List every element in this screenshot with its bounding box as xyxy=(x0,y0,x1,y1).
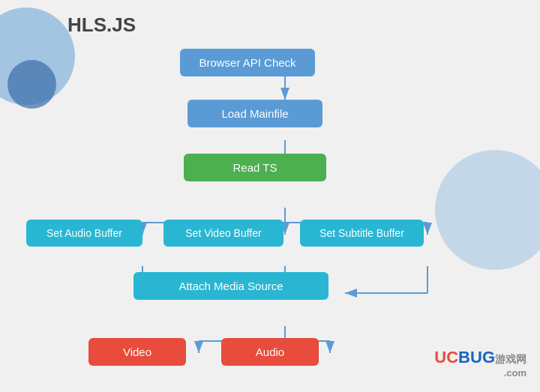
browser-api-box: Browser API Check xyxy=(180,49,315,76)
bg-circle-right xyxy=(435,150,540,270)
set-audio-label: Set Audio Buffer xyxy=(26,220,142,247)
attach-media-box: Attach Media Source xyxy=(134,272,328,300)
video-label: Video xyxy=(88,338,186,366)
video-box: Video xyxy=(88,338,186,366)
load-mainfile-box: Load Mainfile xyxy=(188,100,322,127)
logo-com: .com xyxy=(434,367,526,379)
ucbug-logo: UCBUG游戏网 .com xyxy=(434,348,526,379)
set-audio-box: Set Audio Buffer xyxy=(26,220,142,247)
bg-circle-left-small xyxy=(8,60,56,109)
page-title: HLS.JS xyxy=(68,13,136,37)
logo-game: 游戏网 xyxy=(495,353,526,365)
read-ts-box: Read TS xyxy=(184,154,326,181)
set-video-label: Set Video Buffer xyxy=(164,220,284,247)
read-ts-label: Read TS xyxy=(184,154,326,181)
logo-uc: UC xyxy=(434,348,458,367)
audio-box: Audio xyxy=(221,338,319,366)
attach-media-label: Attach Media Source xyxy=(134,272,328,300)
set-subtitle-label: Set Subtitle Buffer xyxy=(300,220,424,247)
browser-api-label: Browser API Check xyxy=(180,49,315,76)
set-subtitle-box: Set Subtitle Buffer xyxy=(300,220,424,247)
load-mainfile-label: Load Mainfile xyxy=(188,100,322,127)
logo-bug: BUG xyxy=(458,348,495,367)
audio-label: Audio xyxy=(221,338,319,366)
set-video-box: Set Video Buffer xyxy=(164,220,284,247)
